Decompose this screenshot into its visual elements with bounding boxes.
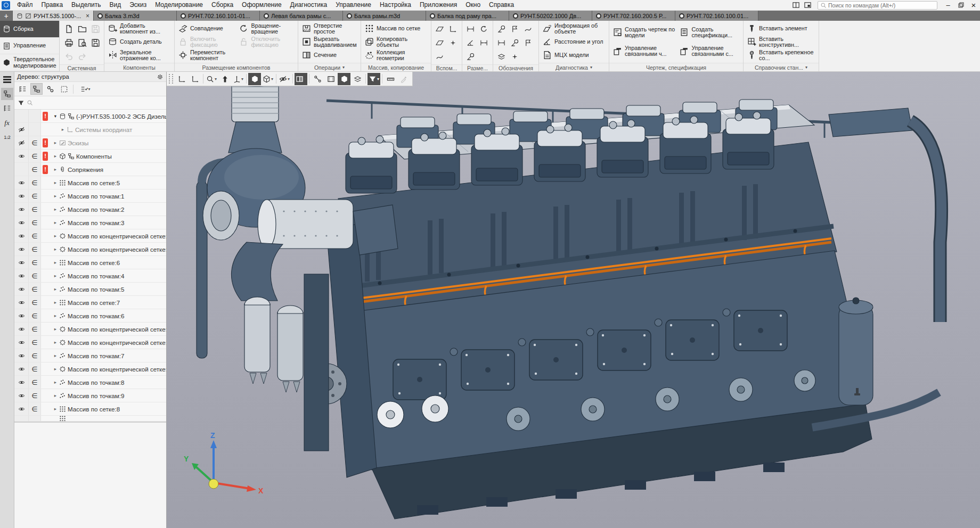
tab-document[interactable]: Балка рамы.m3d [343,11,426,21]
hide-objects-button[interactable]: ▾ [278,73,291,85]
object-info-button[interactable]: Информация об объекте [542,22,606,35]
section-caret[interactable]: ▾ [805,65,807,70]
visibility-toggle[interactable] [14,349,29,362]
section-caret[interactable]: ▾ [590,65,592,70]
menu-window[interactable]: Окно [461,0,485,10]
menu-management[interactable]: Управление [331,0,375,10]
expand-arrow[interactable]: ▸ [59,127,67,132]
expand-arrow[interactable]: ▸ [52,180,59,185]
view-triad-button[interactable]: ▾ [232,73,244,85]
expand-arrow[interactable]: ▸ [52,207,59,212]
tree-item[interactable]: ∈▸Массив по концентрической сетке: [14,243,166,256]
parameters-panel-icon[interactable] [1,102,13,114]
tab-document[interactable]: Балка под раму пра... [426,11,509,21]
expand-arrow[interactable]: ▸ [52,246,59,252]
tab-document[interactable]: РУНТ.702.160.200.5 Р... [592,11,675,21]
create-part-button[interactable]: Создать деталь [107,35,172,48]
mode-assembly[interactable]: Сборка [0,21,59,38]
tree-structure-view-button[interactable] [30,83,43,95]
grid-array-button[interactable]: Массив по сетке [364,22,428,35]
aux-point-button[interactable] [446,36,460,50]
visibility-toggle[interactable] [14,296,29,309]
tree-area-select-button[interactable] [58,83,70,95]
tree-panel-icon[interactable] [1,88,13,100]
filter-objects-button[interactable]: ▾ [368,73,380,85]
tree-display-options-button[interactable]: ▾ [76,83,94,95]
section-view-button[interactable]: Сечение [301,48,358,62]
expand-arrow[interactable]: ▸ [52,167,59,172]
tree-item[interactable]: ∈▸Массив по сетке:6 [14,256,166,269]
menu-formatting[interactable]: Оформление [238,0,285,10]
aux-local-cs-button[interactable] [446,22,460,36]
tree-filter-input[interactable] [35,100,163,106]
add-component-button[interactable]: Добавить компонент из... [107,22,172,35]
menu-help[interactable]: Справка [485,0,518,10]
mode-management[interactable]: Управление [0,38,59,55]
tree-root-item[interactable]: !▾(-)РУНТ.535.1000-2 ЭСБ Дизель суд [14,110,166,123]
tree-sequence-view-button[interactable] [17,83,29,95]
gear-icon[interactable] [157,73,164,80]
visibility-toggle[interactable] [14,216,29,229]
visibility-toggle[interactable] [14,243,29,255]
variables-panel-icon[interactable]: fx [1,117,13,129]
tab-document[interactable]: РУНТ.702.160.100.01... [675,11,758,21]
tree-item[interactable]: ∈▸Массив по концентрической сетке: [14,336,166,349]
leader-button[interactable] [495,22,508,36]
tree-item[interactable]: ∈▸Массив по точкам:7 [14,349,166,362]
menu-sketch[interactable]: Эскиз [125,0,151,10]
tree-item[interactable]: ∈▸Массив по концентрической сетке: [14,229,166,243]
menu-assembly[interactable]: Сборка [207,0,238,10]
tree-item[interactable]: ∈!▸Компоненты [14,150,166,163]
new-tab-button[interactable]: + [0,11,13,21]
marking-button[interactable] [521,36,535,50]
menu-view[interactable]: Вид [105,0,125,10]
window-layout-icon[interactable] [802,1,813,10]
tree-item[interactable]: ∈▸Массив по точкам:3 [14,216,166,229]
menu-settings[interactable]: Настройка [375,0,415,10]
visibility-toggle[interactable] [14,362,29,375]
section-caret[interactable]: ▾ [342,65,345,70]
tree-item[interactable]: ∈!▸Сопряжения [14,163,166,176]
expand-arrow[interactable]: ▸ [52,366,59,372]
radial-dimension-button[interactable] [477,22,491,36]
insert-fastener-button[interactable]: Вставить крепежное со... [746,48,816,62]
joints-mode-button[interactable] [311,73,324,85]
tree-relations-button[interactable] [44,83,56,95]
copy-objects-button[interactable]: Копировать объекты [364,35,428,48]
point-note-button[interactable] [508,50,521,63]
open-button[interactable] [76,22,89,36]
restore-button[interactable] [954,1,967,10]
wireframe-display-button[interactable]: ▾ [262,73,274,85]
manage-linked-specs-button[interactable]: Управление связанными с... [679,43,740,60]
renumber-panel-icon[interactable]: 1↓2 [1,131,13,143]
minimize-button[interactable]: – [942,1,954,10]
clip-view-button[interactable]: ▾ [295,73,307,85]
expand-arrow[interactable]: ▸ [52,313,59,318]
local-cs-button[interactable] [175,73,188,85]
menu-diagnostics[interactable]: Диагностика [286,0,332,10]
dimension-button[interactable] [477,36,491,50]
expand-arrow[interactable]: ▸ [52,140,59,145]
tab-close-icon[interactable]: × [85,12,89,20]
create-drawing-button[interactable]: Создать чертеж по модели [612,24,676,41]
command-search[interactable] [818,1,937,10]
visibility-toggle[interactable] [14,123,29,136]
expand-arrow[interactable]: ▸ [52,220,59,225]
tab-active[interactable]: РУНТ.535.1000-... × [13,11,94,21]
zoom-tools-button[interactable]: ▾ [205,73,218,85]
dimension-note-button[interactable] [495,36,508,50]
visibility-toggle[interactable] [14,203,29,216]
simple-hole-button[interactable]: Отверстие простое [301,22,358,35]
shaded-display-button[interactable] [248,73,261,85]
visibility-toggle[interactable] [14,402,29,415]
tree-item[interactable]: ∈▸Массив по точкам:1 [14,189,166,203]
insert-element-button[interactable]: Вставить элемент [746,22,816,35]
tree-item[interactable]: ∈▸Массив по точкам:4 [14,269,166,283]
print-button[interactable] [62,36,76,50]
tree-item[interactable]: ∈▸Массив по сетке:7 [14,296,166,309]
save-button[interactable] [89,22,102,36]
visibility-toggle[interactable] [14,136,29,149]
expand-arrow[interactable]: ▸ [52,380,59,385]
angular-dimension-button[interactable] [464,36,477,50]
distance-angle-button[interactable]: Расстояние и угол [542,35,606,48]
